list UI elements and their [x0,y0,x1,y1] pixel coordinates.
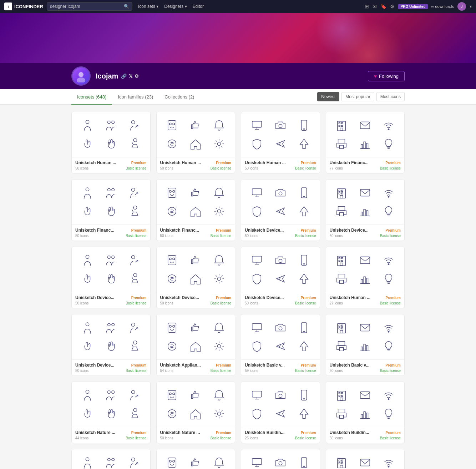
icon-card[interactable]: Unisketch Buildin... Premium 50 icons Ba… [326,382,405,443]
icon-card[interactable]: Unisketch Device... Premium 50 icons Bas… [241,179,320,241]
icon-card[interactable]: Unisketch Financ... Premium 77 icons Bas… [326,112,405,173]
icon-cell [76,251,99,269]
icon-card[interactable]: Unisketch ... Premium 50 icons Basic lic… [241,449,320,469]
card-preview [157,314,235,359]
svg-rect-53 [361,212,363,216]
website-icon[interactable]: 🔗 [121,74,127,79]
pro-downloads: ∞ downloads [431,4,454,9]
icon-card[interactable]: Unisketch Device... Premium 50 icons Bas… [326,179,405,241]
search-input[interactable] [50,4,124,9]
icon-count: 50 icons [245,166,258,170]
nav-icon-sets[interactable]: Icon sets ▾ [136,0,161,13]
svg-rect-51 [338,207,345,211]
icon-card[interactable]: Unisketch Human ... Premium 50 icons Bas… [156,112,236,173]
icon-card[interactable]: Unisketch ... Premium 50 icons Basic lic… [71,449,151,469]
svg-point-110 [86,390,89,393]
sort-controls: Newest Most popular Most icons [317,92,405,101]
svg-rect-71 [339,257,340,259]
icon-cell [354,386,376,404]
tab-list: Iconsets (648) Icon families (23) Collec… [71,89,200,104]
card-info: Unisketch Human ... Premium 50 icons Bas… [157,157,235,173]
svg-rect-25 [340,145,344,148]
sort-most-icons[interactable]: Most icons [376,92,405,101]
sort-newest[interactable]: Newest [317,92,339,101]
profile-avatar [71,66,91,86]
card-meta: 50 icons Basic license [160,301,232,305]
icon-card[interactable]: Unisketch Device... Premium 50 icons Bas… [156,247,236,308]
icon-cell [100,405,122,423]
svg-point-36 [173,190,175,192]
nav-editor[interactable]: Editor [191,0,206,13]
card-title: Unisketch Device... [245,228,284,233]
icon-cell [76,386,99,404]
icon-card[interactable]: Unisketch Basic v... Premium 50 icons Ba… [326,314,405,376]
icon-count: 50 icons [160,166,173,170]
icon-card[interactable]: Unisketch Nature ... Premium 50 icons Ba… [156,382,236,443]
icon-card[interactable]: Unisketch Human ... Premium 50 icons Bas… [71,112,151,173]
card-info: Unisketch Nature ... Premium 50 icons Ba… [157,427,235,443]
card-preview [326,247,405,292]
icon-card[interactable]: Unisketch ... Premium 50 icons Basic lic… [156,449,236,469]
icon-card[interactable]: Unisketch Device... Premium 50 icons Bas… [71,314,151,376]
premium-badge: Premium [131,228,147,232]
icon-card[interactable]: Unisketch Financ... Premium 50 icons Bas… [71,179,151,241]
card-preview [241,449,320,469]
icon-count: 25 icons [245,436,258,440]
license: Basic license [211,166,231,170]
icon-card[interactable]: Unisketch Human ... Premium 27 icons Bas… [326,247,405,308]
tab-families[interactable]: Icon families (23) [112,89,159,105]
bookmark-icon[interactable]: 🔖 [380,4,386,9]
card-title: Unisketch Financ... [330,160,369,165]
card-preview [72,382,150,427]
icon-cell [354,454,376,469]
card-meta: 59 icons Basic license [245,369,316,373]
premium-badge: Premium [385,431,401,435]
icon-card[interactable]: Unisketch Financ... Premium 50 icons Bas… [156,179,236,241]
icon-card[interactable]: Unisketch Device... Premium 50 icons Bas… [241,247,320,308]
icon-card[interactable]: Unisketch ... Premium 50 icons Basic lic… [326,449,405,469]
logo[interactable]: i ICONFINDER [4,2,43,10]
svg-point-113 [131,390,135,394]
twitter-icon[interactable]: 𝕏 [129,74,132,79]
mail-icon[interactable]: ✉ [373,4,377,9]
card-meta: 44 icons Basic license [75,436,147,440]
svg-rect-17 [339,122,340,124]
tab-collections[interactable]: Collections (2) [159,89,200,105]
settings-icon[interactable]: ⚙ [390,4,395,9]
license: Basic license [211,436,231,440]
icon-card[interactable]: Unisketch Buildin... Premium 25 icons Ba… [241,382,320,443]
card-meta: 50 icons Basic license [330,436,401,440]
icon-card[interactable]: Unisketch Device... Premium 50 icons Bas… [71,247,151,308]
svg-rect-22 [360,122,370,129]
icon-cell [161,319,184,337]
icon-count: 50 icons [245,234,258,238]
icon-cell [269,184,292,202]
svg-rect-7 [168,121,176,130]
icon-card[interactable]: Unisketch Basic v... Premium 59 icons Ba… [241,314,320,376]
icon-card[interactable]: Unisketch Human ... Premium 50 icons Bas… [241,112,320,173]
icon-cell [184,405,207,423]
svg-point-131 [388,398,389,400]
search-button[interactable]: 🔍 [124,4,129,9]
grid-icon[interactable]: ⊞ [365,4,369,9]
user-avatar[interactable]: J [457,2,466,11]
avatar-dropdown[interactable]: ▾ [470,4,472,9]
svg-point-92 [217,344,221,348]
icon-cell [76,135,99,153]
card-info: Unisketch Applian... Premium 54 icons Ba… [157,359,235,375]
tab-iconsets[interactable]: Iconsets (648) [71,89,112,105]
nav-designers[interactable]: Designers ▾ [162,0,189,13]
tabs-section: Iconsets (648) Icon families (23) Collec… [0,89,476,105]
icon-cell [377,135,400,153]
following-button[interactable]: ♥ Following [368,71,405,81]
svg-rect-76 [360,257,370,264]
svg-point-1 [77,77,85,82]
icon-card[interactable]: Unisketch Nature ... Premium 44 icons Ba… [71,382,151,443]
settings-icon[interactable]: ⚙ [135,74,139,79]
card-meta: 25 icons Basic license [245,436,316,440]
sort-popular[interactable]: Most popular [341,92,374,101]
content-area: Unisketch Human ... Premium 50 icons Bas… [0,105,476,469]
svg-rect-88 [168,323,176,332]
icon-card[interactable]: Unisketch Applian... Premium 54 icons Ba… [156,314,236,376]
card-meta: 50 icons Basic license [75,234,147,238]
